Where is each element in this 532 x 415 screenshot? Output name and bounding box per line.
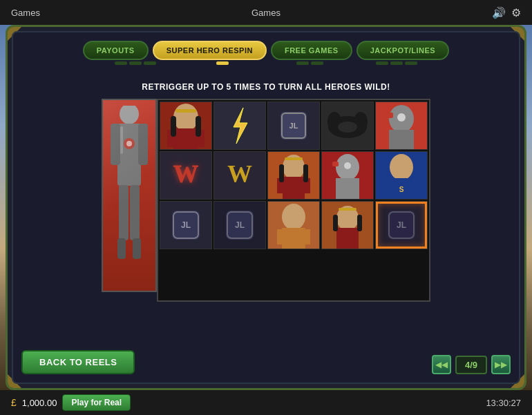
- indicator-dot: [390, 61, 403, 65]
- tab-jackpot-lines[interactable]: JACKPOT/LINES: [357, 41, 450, 60]
- top-bar: Games Games 🔊 ⚙: [0, 0, 532, 25]
- svg-text:S: S: [399, 186, 404, 193]
- svg-rect-54: [332, 162, 339, 166]
- svg-point-53: [344, 162, 351, 169]
- svg-rect-9: [120, 126, 123, 154]
- indicator-group-payouts: [94, 61, 177, 65]
- svg-rect-3: [111, 124, 120, 165]
- svg-rect-76: [336, 228, 359, 249]
- page-counter-area: ◀◀ 4/9 ▶▶: [432, 355, 511, 374]
- cell-r3c2: JL: [213, 201, 266, 249]
- svg-rect-6: [130, 185, 140, 240]
- sound-icon[interactable]: 🔊: [492, 6, 506, 19]
- indicator-dot: [296, 61, 309, 65]
- svg-rect-59: [408, 180, 418, 195]
- top-bar-left-label: Games: [11, 8, 40, 18]
- svg-rect-19: [196, 116, 201, 137]
- svg-rect-5: [119, 185, 129, 240]
- indicator-dot: [376, 61, 388, 65]
- svg-rect-7: [117, 238, 126, 259]
- svg-point-11: [126, 141, 132, 146]
- svg-point-36: [397, 113, 406, 122]
- indicator-dot: [311, 61, 323, 65]
- svg-rect-72: [277, 229, 287, 244]
- indicator-dot: [405, 61, 417, 65]
- indicator-dot: [144, 61, 156, 65]
- tab-payouts[interactable]: PAYOUTS: [83, 41, 149, 60]
- cell-r3c5-highlighted: JL: [375, 201, 428, 249]
- cell-r3c1: JL: [160, 201, 212, 249]
- svg-text:W: W: [227, 160, 252, 188]
- bottom-bar: £ 1,000.00 Play for Real 13:30:27: [0, 390, 532, 415]
- next-page-button[interactable]: ▶▶: [491, 355, 511, 374]
- svg-rect-17: [175, 109, 196, 113]
- svg-rect-47: [285, 157, 303, 160]
- cell-r2c3: [267, 151, 320, 200]
- svg-rect-4: [138, 124, 148, 165]
- cell-r3c3: [267, 201, 320, 249]
- back-to-reels-button[interactable]: BACK TO REELS: [21, 350, 135, 374]
- prev-page-button[interactable]: ◀◀: [432, 355, 451, 374]
- svg-rect-35: [386, 113, 393, 118]
- svg-point-70: [282, 204, 305, 230]
- left-tall-reel: [102, 99, 157, 292]
- tab-free-games[interactable]: FREE GAMES: [271, 41, 352, 60]
- svg-rect-52: [336, 178, 359, 199]
- svg-rect-73: [301, 229, 310, 244]
- indicator-group-respin: [181, 61, 264, 65]
- svg-text:JL: JL: [289, 122, 298, 130]
- svg-rect-58: [385, 180, 395, 195]
- indicator-dot: [115, 61, 127, 65]
- game-container: PAYOUTS SUPER HERO RESPIN FREE GAMES JAC…: [6, 25, 526, 390]
- svg-text:JL: JL: [235, 220, 245, 230]
- svg-rect-49: [303, 164, 308, 182]
- cell-r2c5: S: [375, 151, 428, 200]
- svg-rect-8: [133, 238, 141, 259]
- page-counter-display: 4/9: [455, 356, 487, 374]
- indicator-dot-active: [216, 61, 229, 65]
- indicator-group-jackpot: [355, 61, 438, 65]
- svg-rect-34: [389, 130, 414, 149]
- cell-r1c3: JL: [267, 102, 320, 150]
- svg-point-56: [390, 154, 413, 180]
- cell-r2c4: [321, 151, 374, 200]
- main-grid: JL: [157, 99, 430, 302]
- cyborg-tall-figure: [105, 106, 153, 285]
- currency-icon: £: [11, 397, 17, 408]
- tab-indicators: [13, 61, 519, 65]
- content-area: RETRIGGER UP TO 5 TIMES TO TURN ALL HERO…: [13, 73, 519, 341]
- svg-rect-79: [357, 215, 362, 231]
- cell-r2c2: W: [213, 151, 266, 200]
- svg-point-10: [124, 138, 135, 149]
- svg-rect-77: [339, 208, 357, 211]
- time-display: 13:30:27: [486, 398, 521, 408]
- svg-rect-0: [122, 106, 136, 119]
- svg-text:W: W: [173, 160, 198, 188]
- svg-rect-2: [117, 124, 141, 186]
- balance-display: 1,000.00: [22, 398, 57, 408]
- settings-icon[interactable]: ⚙: [511, 6, 521, 19]
- play-real-button[interactable]: Play for Real: [62, 394, 131, 411]
- cell-r3c4: [321, 201, 374, 249]
- cell-r1c4: [321, 102, 374, 150]
- tab-navigation: PAYOUTS SUPER HERO RESPIN FREE GAMES JAC…: [13, 41, 519, 60]
- svg-point-13: [173, 104, 198, 131]
- inner-panel: PAYOUTS SUPER HERO RESPIN FREE GAMES JAC…: [12, 31, 520, 384]
- cell-r1c1: [160, 102, 212, 150]
- svg-rect-48: [279, 164, 284, 182]
- subtitle-text: RETRIGGER UP TO 5 TIMES TO TURN ALL HERO…: [142, 82, 390, 92]
- top-bar-center-label: Games: [251, 8, 281, 18]
- svg-rect-78: [333, 215, 338, 231]
- back-btn-area: BACK TO REELS: [21, 350, 135, 374]
- reel-grid-wrapper: JL: [102, 99, 430, 302]
- svg-rect-18: [171, 116, 176, 137]
- indicator-group-free: [268, 61, 351, 65]
- cell-r1c5: [375, 102, 428, 150]
- cell-r1c2: [213, 102, 266, 150]
- indicator-dot: [129, 61, 142, 65]
- svg-text:JL: JL: [397, 220, 406, 230]
- tab-superhero-respin[interactable]: SUPER HERO RESPIN: [153, 41, 267, 60]
- svg-text:JL: JL: [181, 220, 191, 230]
- svg-point-31: [338, 122, 357, 133]
- svg-point-1: [120, 106, 139, 124]
